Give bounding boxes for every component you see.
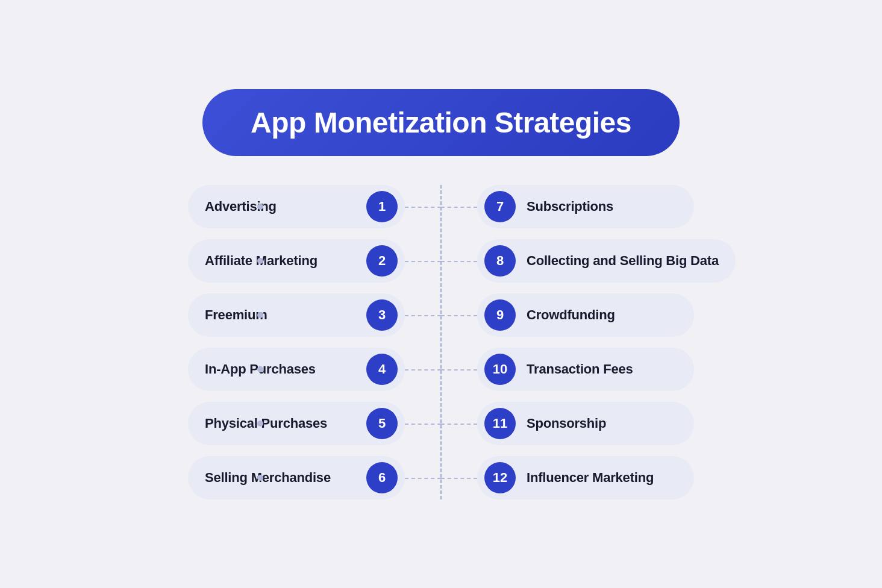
right-connector-8 (441, 261, 477, 262)
right-item-11: 11 Sponsorship (441, 402, 802, 445)
right-badge-12: 12 (484, 462, 516, 493)
right-pill-12: 12 Influencer Marketing (477, 456, 694, 499)
left-pill-5: Physical Purchases 5 (188, 402, 405, 445)
left-connector-5 (405, 424, 441, 425)
left-connector-4 (405, 369, 441, 371)
right-pill-8: 8 Collecting and Selling Big Data (477, 239, 736, 283)
center-dot-2 (257, 312, 263, 318)
center-dot-0 (257, 204, 263, 210)
center-dot-5 (257, 475, 263, 481)
left-label-1: Advertising (205, 199, 277, 214)
left-pill-2: Affiliate Marketing 2 (188, 239, 405, 283)
right-connector-11 (441, 424, 477, 425)
right-pill-7: 7 Subscriptions (477, 185, 694, 228)
title-pill: App Monetization Strategies (202, 89, 680, 156)
left-badge-4: 4 (366, 354, 398, 385)
left-connector-6 (405, 478, 441, 479)
left-badge-3: 3 (366, 299, 398, 331)
left-pill-4: In-App Purchases 4 (188, 348, 405, 391)
right-badge-9: 9 (484, 299, 516, 331)
right-connector-7 (441, 207, 477, 208)
right-badge-8: 8 (484, 245, 516, 277)
page-title: App Monetization Strategies (251, 106, 631, 139)
left-item-4: In-App Purchases 4 (80, 348, 441, 391)
right-pill-9: 9 Crowdfunding (477, 293, 694, 337)
right-label-7: Subscriptions (527, 199, 613, 214)
left-label-6: Selling Merchandise (205, 470, 331, 486)
right-item-8: 8 Collecting and Selling Big Data (441, 239, 802, 283)
left-pill-1: Advertising 1 (188, 185, 405, 228)
left-item-6: Selling Merchandise 6 (80, 456, 441, 499)
right-badge-11: 11 (484, 408, 516, 439)
right-item-9: 9 Crowdfunding (441, 293, 802, 337)
left-badge-1: 1 (366, 191, 398, 222)
center-dot-1 (257, 258, 263, 264)
right-label-11: Sponsorship (527, 416, 606, 431)
left-label-5: Physical Purchases (205, 416, 327, 431)
right-connector-9 (441, 315, 477, 316)
center-line (440, 185, 442, 499)
right-pill-11: 11 Sponsorship (477, 402, 694, 445)
left-connector-2 (405, 261, 441, 262)
right-badge-7: 7 (484, 191, 516, 222)
left-badge-2: 2 (366, 245, 398, 277)
right-label-8: Collecting and Selling Big Data (527, 253, 719, 269)
center-dot-3 (257, 366, 263, 372)
left-badge-6: 6 (366, 462, 398, 493)
right-label-9: Crowdfunding (527, 307, 615, 323)
right-label-10: Transaction Fees (527, 361, 633, 377)
right-label-12: Influencer Marketing (527, 470, 654, 486)
left-connector-3 (405, 315, 441, 316)
left-badge-5: 5 (366, 408, 398, 439)
left-item-3: Freemium 3 (80, 293, 441, 337)
right-item-12: 12 Influencer Marketing (441, 456, 802, 499)
right-pill-10: 10 Transaction Fees (477, 348, 694, 391)
left-pill-3: Freemium 3 (188, 293, 405, 337)
center-dot-4 (257, 421, 263, 427)
left-item-2: Affiliate Marketing 2 (80, 239, 441, 283)
right-badge-10: 10 (484, 354, 516, 385)
left-connector-1 (405, 207, 441, 208)
right-connector-10 (441, 369, 477, 371)
main-container: App Monetization Strategies Advertising … (43, 65, 839, 524)
left-item-1: Advertising 1 (80, 185, 441, 228)
right-connector-12 (441, 478, 477, 479)
left-item-5: Physical Purchases 5 (80, 402, 441, 445)
right-item-7: 7 Subscriptions (441, 185, 802, 228)
left-pill-6: Selling Merchandise 6 (188, 456, 405, 499)
strategy-grid: Advertising 1 7 Subscriptions Affiliate … (80, 185, 802, 499)
right-item-10: 10 Transaction Fees (441, 348, 802, 391)
